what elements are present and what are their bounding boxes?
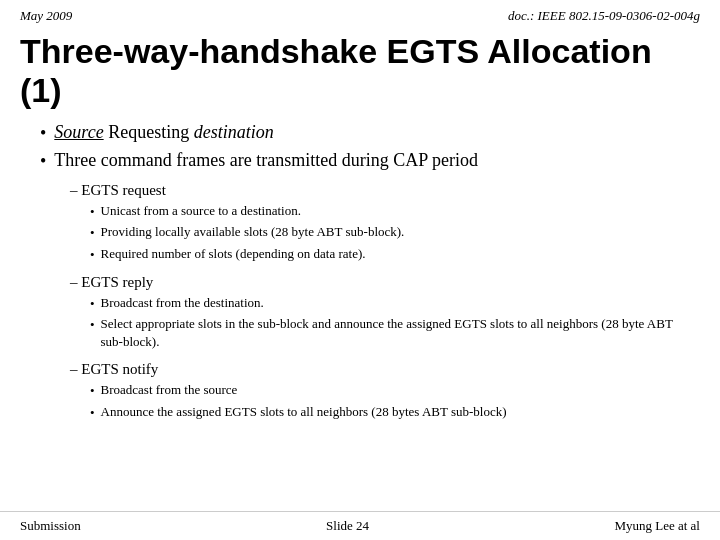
footer-center: Slide 24 [326, 518, 369, 534]
destination-word: destination [194, 122, 274, 142]
item-text: Providing locally available slots (28 by… [101, 223, 405, 241]
page-title: Three-way-handshake EGTS Allocation (1) [0, 28, 720, 122]
section-notify-label: – EGTS notify [70, 361, 158, 377]
content-area: • Source Requesting destination • Three … [0, 122, 720, 422]
bullet-2: • Three command frames are transmitted d… [30, 150, 690, 172]
egts-notify-items: • Broadcast from the source • Announce t… [30, 381, 690, 421]
bullet-1-text: Source Requesting destination [54, 122, 273, 143]
footer: Submission Slide 24 Myung Lee at al [0, 511, 720, 540]
requesting-text: Requesting [108, 122, 194, 142]
list-item: • Required number of slots (depending on… [90, 245, 690, 264]
item-text: Required number of slots (depending on d… [101, 245, 366, 263]
section-egts-reply: – EGTS reply [30, 274, 690, 291]
bullet-dot-1: • [40, 123, 46, 144]
header-right: doc.: IEEE 802.15-09-0306-02-004g [508, 8, 700, 24]
list-item: • Broadcast from the source [90, 381, 690, 400]
section-egts-request: – EGTS request [30, 182, 690, 199]
item-text: Unicast from a source to a destination. [101, 202, 301, 220]
bullet-dot-2: • [40, 151, 46, 172]
list-item: • Select appropriate slots in the sub-bl… [90, 315, 690, 351]
bullet-1: • Source Requesting destination [30, 122, 690, 144]
item-text: Select appropriate slots in the sub-bloc… [101, 315, 690, 351]
bullet-2-text: Three command frames are transmitted dur… [54, 150, 478, 171]
list-item: • Providing locally available slots (28 … [90, 223, 690, 242]
footer-right: Myung Lee at al [614, 518, 700, 534]
egts-reply-items: • Broadcast from the destination. • Sele… [30, 294, 690, 352]
section-reply-label: – EGTS reply [70, 274, 153, 290]
list-item: • Announce the assigned EGTS slots to al… [90, 403, 690, 422]
item-text: Announce the assigned EGTS slots to all … [101, 403, 507, 421]
list-item: • Unicast from a source to a destination… [90, 202, 690, 221]
section-egts-notify: – EGTS notify [30, 361, 690, 378]
footer-left: Submission [20, 518, 81, 534]
item-text: Broadcast from the destination. [101, 294, 264, 312]
list-item: • Broadcast from the destination. [90, 294, 690, 313]
header-left: May 2009 [20, 8, 72, 24]
header: May 2009 doc.: IEEE 802.15-09-0306-02-00… [0, 0, 720, 28]
egts-request-items: • Unicast from a source to a destination… [30, 202, 690, 264]
section-request-label: – EGTS request [70, 182, 166, 198]
source-word: Source [54, 122, 103, 142]
item-text: Broadcast from the source [101, 381, 238, 399]
main-bullets: • Source Requesting destination • Three … [30, 122, 690, 172]
